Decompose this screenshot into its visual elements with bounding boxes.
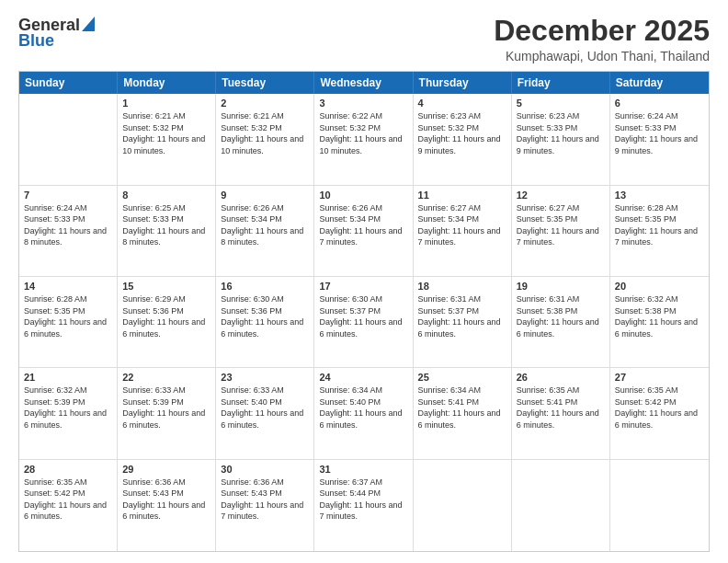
sun-info: Sunrise: 6:27 AMSunset: 5:34 PMDaylight:… <box>418 202 506 248</box>
calendar-day-cell: 31Sunrise: 6:37 AMSunset: 5:44 PMDayligh… <box>314 460 413 551</box>
title-section: December 2025 Kumphawapi, Udon Thani, Th… <box>494 15 710 63</box>
day-number: 20 <box>615 281 704 292</box>
sun-info: Sunrise: 6:23 AMSunset: 5:33 PMDaylight:… <box>517 110 605 156</box>
sun-info: Sunrise: 6:22 AMSunset: 5:32 PMDaylight:… <box>319 110 407 156</box>
sun-info: Sunrise: 6:35 AMSunset: 5:42 PMDaylight:… <box>24 477 112 523</box>
sun-info: Sunrise: 6:34 AMSunset: 5:41 PMDaylight:… <box>418 385 506 431</box>
sun-info: Sunrise: 6:28 AMSunset: 5:35 PMDaylight:… <box>615 202 704 248</box>
sun-info: Sunrise: 6:33 AMSunset: 5:39 PMDaylight:… <box>122 385 210 431</box>
day-number: 14 <box>24 281 112 292</box>
calendar-day-cell: 11Sunrise: 6:27 AMSunset: 5:34 PMDayligh… <box>414 186 512 277</box>
day-number: 31 <box>319 464 407 475</box>
calendar-day-cell: 17Sunrise: 6:30 AMSunset: 5:37 PMDayligh… <box>314 277 413 368</box>
day-number: 1 <box>122 98 210 109</box>
calendar-day-cell: 9Sunrise: 6:26 AMSunset: 5:34 PMDaylight… <box>216 186 314 277</box>
sun-info: Sunrise: 6:26 AMSunset: 5:34 PMDaylight:… <box>221 202 309 248</box>
day-number: 3 <box>319 98 407 109</box>
calendar-day-cell: 2Sunrise: 6:21 AMSunset: 5:32 PMDaylight… <box>216 94 314 185</box>
calendar-header-cell: Tuesday <box>216 72 314 94</box>
calendar-day-cell: 25Sunrise: 6:34 AMSunset: 5:41 PMDayligh… <box>414 368 512 459</box>
sun-info: Sunrise: 6:36 AMSunset: 5:43 PMDaylight:… <box>122 477 210 523</box>
calendar-day-cell: 6Sunrise: 6:24 AMSunset: 5:33 PMDaylight… <box>610 94 709 185</box>
calendar-day-cell: 8Sunrise: 6:25 AMSunset: 5:33 PMDaylight… <box>118 186 216 277</box>
logo-triangle-icon <box>82 17 95 35</box>
calendar-day-cell: 29Sunrise: 6:36 AMSunset: 5:43 PMDayligh… <box>118 460 216 551</box>
calendar-day-cell: 15Sunrise: 6:29 AMSunset: 5:36 PMDayligh… <box>118 277 216 368</box>
sun-info: Sunrise: 6:21 AMSunset: 5:32 PMDaylight:… <box>221 110 309 156</box>
calendar-day-cell: 18Sunrise: 6:31 AMSunset: 5:37 PMDayligh… <box>414 277 512 368</box>
calendar-header-cell: Monday <box>118 72 216 94</box>
day-number: 15 <box>122 281 210 292</box>
sun-info: Sunrise: 6:31 AMSunset: 5:38 PMDaylight:… <box>517 293 605 339</box>
calendar-day-cell: 10Sunrise: 6:26 AMSunset: 5:34 PMDayligh… <box>314 186 413 277</box>
day-number: 6 <box>615 98 704 109</box>
location: Kumphawapi, Udon Thani, Thailand <box>494 49 710 63</box>
calendar: SundayMondayTuesdayWednesdayThursdayFrid… <box>18 71 710 552</box>
day-number: 2 <box>221 98 309 109</box>
calendar-day-cell: 1Sunrise: 6:21 AMSunset: 5:32 PMDaylight… <box>118 94 216 185</box>
sun-info: Sunrise: 6:33 AMSunset: 5:40 PMDaylight:… <box>221 385 309 431</box>
calendar-day-cell: 7Sunrise: 6:24 AMSunset: 5:33 PMDaylight… <box>19 186 118 277</box>
day-number: 16 <box>221 281 309 292</box>
day-number: 11 <box>418 190 506 201</box>
day-number: 26 <box>517 372 605 383</box>
day-number: 18 <box>418 281 506 292</box>
calendar-header-cell: Saturday <box>610 72 709 94</box>
sun-info: Sunrise: 6:36 AMSunset: 5:43 PMDaylight:… <box>221 477 309 523</box>
calendar-day-cell: 16Sunrise: 6:30 AMSunset: 5:36 PMDayligh… <box>216 277 314 368</box>
header: General Blue December 2025 Kumphawapi, U… <box>18 15 710 63</box>
calendar-day-cell: 30Sunrise: 6:36 AMSunset: 5:43 PMDayligh… <box>216 460 314 551</box>
day-number: 24 <box>319 372 407 383</box>
sun-info: Sunrise: 6:31 AMSunset: 5:37 PMDaylight:… <box>418 293 506 339</box>
day-number: 27 <box>615 372 704 383</box>
logo-blue: Blue <box>18 31 54 51</box>
sun-info: Sunrise: 6:23 AMSunset: 5:32 PMDaylight:… <box>418 110 506 156</box>
calendar-day-cell: 12Sunrise: 6:27 AMSunset: 5:35 PMDayligh… <box>512 186 610 277</box>
calendar-day-cell: 28Sunrise: 6:35 AMSunset: 5:42 PMDayligh… <box>19 460 118 551</box>
day-number: 30 <box>221 464 309 475</box>
calendar-day-cell: 14Sunrise: 6:28 AMSunset: 5:35 PMDayligh… <box>19 277 118 368</box>
empty-cell <box>512 460 610 551</box>
calendar-day-cell: 19Sunrise: 6:31 AMSunset: 5:38 PMDayligh… <box>512 277 610 368</box>
day-number: 4 <box>418 98 506 109</box>
calendar-day-cell: 20Sunrise: 6:32 AMSunset: 5:38 PMDayligh… <box>610 277 709 368</box>
empty-cell <box>19 94 118 185</box>
day-number: 29 <box>122 464 210 475</box>
sun-info: Sunrise: 6:34 AMSunset: 5:40 PMDaylight:… <box>319 385 407 431</box>
svg-marker-0 <box>82 17 95 31</box>
sun-info: Sunrise: 6:28 AMSunset: 5:35 PMDaylight:… <box>24 293 112 339</box>
calendar-day-cell: 26Sunrise: 6:35 AMSunset: 5:41 PMDayligh… <box>512 368 610 459</box>
calendar-day-cell: 24Sunrise: 6:34 AMSunset: 5:40 PMDayligh… <box>314 368 413 459</box>
sun-info: Sunrise: 6:27 AMSunset: 5:35 PMDaylight:… <box>517 202 605 248</box>
calendar-day-cell: 13Sunrise: 6:28 AMSunset: 5:35 PMDayligh… <box>610 186 709 277</box>
empty-cell <box>610 460 709 551</box>
sun-info: Sunrise: 6:30 AMSunset: 5:36 PMDaylight:… <box>221 293 309 339</box>
calendar-header-cell: Sunday <box>19 72 118 94</box>
sun-info: Sunrise: 6:26 AMSunset: 5:34 PMDaylight:… <box>319 202 407 248</box>
sun-info: Sunrise: 6:35 AMSunset: 5:41 PMDaylight:… <box>517 385 605 431</box>
sun-info: Sunrise: 6:37 AMSunset: 5:44 PMDaylight:… <box>319 477 407 523</box>
day-number: 5 <box>517 98 605 109</box>
sun-info: Sunrise: 6:25 AMSunset: 5:33 PMDaylight:… <box>122 202 210 248</box>
sun-info: Sunrise: 6:35 AMSunset: 5:42 PMDaylight:… <box>615 385 704 431</box>
day-number: 9 <box>221 190 309 201</box>
logo: General Blue <box>18 15 95 51</box>
sun-info: Sunrise: 6:32 AMSunset: 5:38 PMDaylight:… <box>615 293 704 339</box>
sun-info: Sunrise: 6:30 AMSunset: 5:37 PMDaylight:… <box>319 293 407 339</box>
day-number: 12 <box>517 190 605 201</box>
calendar-header-cell: Wednesday <box>314 72 413 94</box>
sun-info: Sunrise: 6:32 AMSunset: 5:39 PMDaylight:… <box>24 385 112 431</box>
day-number: 21 <box>24 372 112 383</box>
calendar-day-cell: 27Sunrise: 6:35 AMSunset: 5:42 PMDayligh… <box>610 368 709 459</box>
day-number: 22 <box>122 372 210 383</box>
day-number: 17 <box>319 281 407 292</box>
day-number: 23 <box>221 372 309 383</box>
calendar-body: 1Sunrise: 6:21 AMSunset: 5:32 PMDaylight… <box>19 94 709 551</box>
calendar-header-cell: Friday <box>512 72 610 94</box>
day-number: 28 <box>24 464 112 475</box>
calendar-day-cell: 4Sunrise: 6:23 AMSunset: 5:32 PMDaylight… <box>414 94 512 185</box>
sun-info: Sunrise: 6:24 AMSunset: 5:33 PMDaylight:… <box>615 110 704 156</box>
sun-info: Sunrise: 6:21 AMSunset: 5:32 PMDaylight:… <box>122 110 210 156</box>
page: General Blue December 2025 Kumphawapi, U… <box>0 0 728 563</box>
day-number: 19 <box>517 281 605 292</box>
